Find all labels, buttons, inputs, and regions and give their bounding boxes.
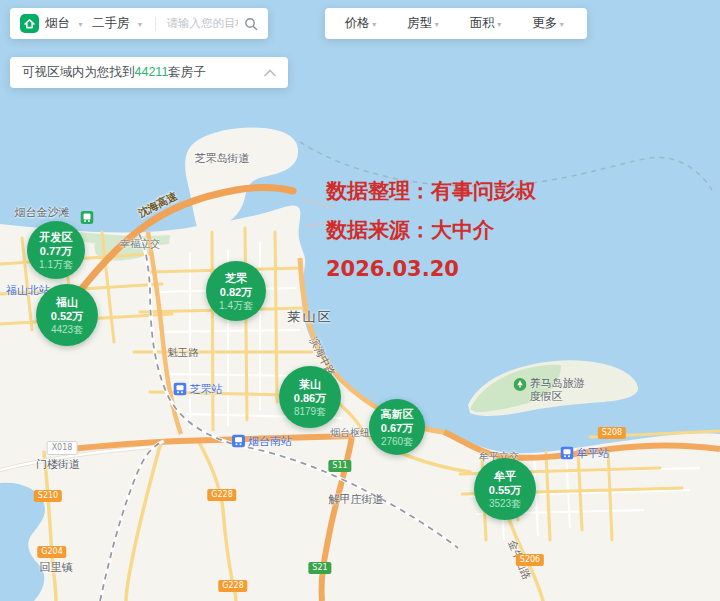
city-selector[interactable]: 烟台 <box>45 15 70 32</box>
district-count: 3523套 <box>489 497 521 510</box>
district-name: 高新区 <box>381 407 414 421</box>
chevron-down-icon: ▼ <box>433 21 440 28</box>
district-count: 2760套 <box>381 435 413 448</box>
annotation-line-3: 2026.03.20 <box>326 250 536 289</box>
district-price: 0.52万 <box>51 309 83 323</box>
results-bar: 可视区域内为您找到44211套房子 <box>10 57 288 88</box>
filter-item[interactable]: 房型 ▼ <box>407 15 442 32</box>
district-marker[interactable]: 芝罘 0.82万 1.4万套 <box>206 261 266 321</box>
chevron-down-icon: ▼ <box>558 21 565 28</box>
district-price: 0.67万 <box>381 421 413 435</box>
search-bar: 烟台 ▼ 二手房 ▼ 请输入您的目标地点 <box>10 8 268 39</box>
search-input[interactable]: 请输入您的目标地点 <box>166 16 238 31</box>
district-marker[interactable]: 福山 0.52万 4423套 <box>36 284 98 346</box>
filter-item[interactable]: 价格 ▼ <box>345 15 380 32</box>
filter-label: 房型 <box>407 15 432 32</box>
filter-label: 面积 <box>470 15 495 32</box>
chevron-down-icon: ▼ <box>496 21 503 28</box>
annotation-line-1: 数据整理：有事问彭叔 <box>326 172 536 211</box>
results-count: 44211 <box>135 65 169 79</box>
map-app-window: 养马岛旅游 度假区 芝罘岛街道烟台金沙滩沈海高速幸福立交魁玉路莱山区滨海中路烟台… <box>0 0 720 601</box>
divider <box>155 17 156 31</box>
district-count: 8179套 <box>294 405 326 418</box>
district-count: 1.4万套 <box>219 299 253 312</box>
results-suffix: 套房子 <box>168 65 206 79</box>
district-name: 莱山 <box>299 377 321 391</box>
chevron-down-icon: ▼ <box>136 21 143 28</box>
district-marker[interactable]: 开发区 0.77万 1.1万套 <box>27 221 85 279</box>
chevron-up-icon[interactable] <box>264 69 276 77</box>
district-marker[interactable]: 牟平 0.55万 3523套 <box>474 458 536 520</box>
district-marker[interactable]: 莱山 0.86万 8179套 <box>279 366 341 428</box>
district-price: 0.86万 <box>294 391 326 405</box>
district-name: 芝罘 <box>225 271 247 285</box>
results-text: 可视区域内为您找到44211套房子 <box>22 64 206 81</box>
district-name: 牟平 <box>494 469 516 483</box>
district-marker[interactable]: 高新区 0.67万 2760套 <box>369 399 425 455</box>
district-price: 0.77万 <box>40 244 72 258</box>
district-count: 1.1万套 <box>39 258 73 271</box>
filter-label: 更多 <box>532 15 557 32</box>
app-logo-icon[interactable] <box>20 14 39 33</box>
district-price: 0.55万 <box>489 483 521 497</box>
filters-bar: 价格 ▼ 房型 ▼ 面积 ▼ 更多 ▼ <box>325 8 587 39</box>
annotation-overlay: 数据整理：有事问彭叔 数据来源：大中介 2026.03.20 <box>326 172 536 289</box>
district-name: 福山 <box>56 295 78 309</box>
district-count: 4423套 <box>51 323 83 336</box>
annotation-line-2: 数据来源：大中介 <box>326 211 536 250</box>
filter-item[interactable]: 面积 ▼ <box>470 15 505 32</box>
markers-layer: 开发区 0.77万 1.1万套 福山 0.52万 4423套 芝罘 0.82万 … <box>0 0 720 601</box>
chevron-down-icon: ▼ <box>77 21 84 28</box>
district-price: 0.82万 <box>220 285 252 299</box>
filter-label: 价格 <box>345 15 370 32</box>
chevron-down-icon: ▼ <box>371 21 378 28</box>
filter-item[interactable]: 更多 ▼ <box>532 15 567 32</box>
category-selector[interactable]: 二手房 <box>92 15 130 32</box>
search-icon[interactable] <box>244 17 258 31</box>
results-prefix: 可视区域内为您找到 <box>22 65 135 79</box>
district-name: 开发区 <box>40 230 73 244</box>
